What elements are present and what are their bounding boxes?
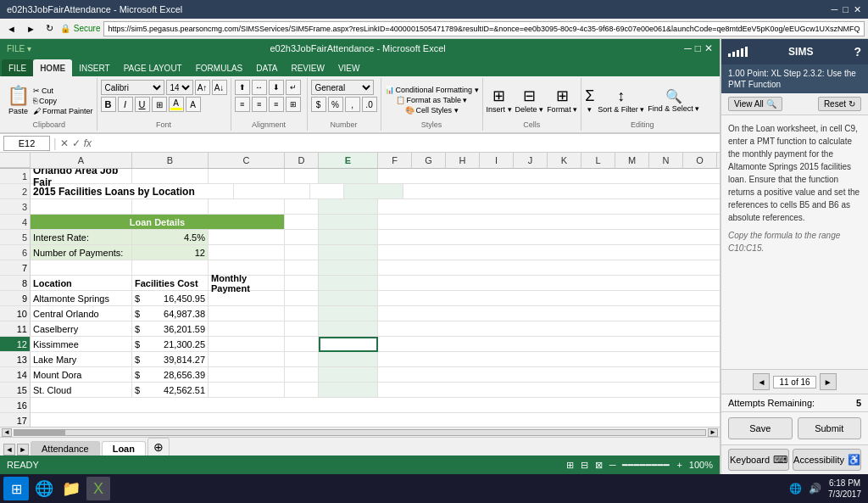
cell-d14[interactable]	[285, 367, 319, 383]
cell-a9[interactable]: Altamonte Springs	[31, 291, 132, 306]
cell-b15[interactable]: $42,562.51	[132, 383, 209, 398]
back-btn[interactable]: ◄	[3, 24, 19, 34]
sheet-tab-loan[interactable]: Loan	[102, 441, 146, 455]
col-header-d[interactable]: D	[285, 153, 319, 168]
cell-d12[interactable]	[285, 337, 319, 352]
cell-d9[interactable]	[285, 291, 319, 306]
cell-c15[interactable]	[209, 383, 285, 398]
col-header-l[interactable]: L	[581, 153, 615, 168]
cell-c12[interactable]	[209, 337, 285, 352]
cell-b12[interactable]: $21,300.25	[132, 337, 209, 352]
excel-max-btn[interactable]: □	[695, 42, 701, 54]
view-layout-icon[interactable]: ⊟	[581, 460, 588, 471]
cell-d8[interactable]	[285, 276, 319, 291]
cell-f3[interactable]	[378, 199, 720, 215]
cell-d15[interactable]	[285, 383, 319, 398]
cell-a10[interactable]: Central Orlando	[31, 306, 132, 321]
tab-data[interactable]: DATA	[249, 59, 284, 76]
paste-btn[interactable]: 📋 Paste	[5, 83, 31, 117]
border-btn[interactable]: ⊞	[152, 97, 167, 112]
increase-font-btn[interactable]: A↑	[195, 80, 210, 95]
format-painter-btn[interactable]: 🖌Format Painter	[33, 107, 93, 115]
cell-e3[interactable]	[319, 199, 378, 215]
cell-a1[interactable]: Orlando Area Job Fair	[31, 169, 132, 184]
cell-f4[interactable]	[378, 215, 720, 230]
cancel-formula-icon[interactable]: ✕	[60, 137, 69, 149]
zoom-minus-btn[interactable]: ─	[609, 460, 616, 470]
taskbar-excel-icon[interactable]: X	[86, 477, 110, 500]
cell-c5[interactable]	[209, 230, 285, 245]
cell-e11[interactable]	[319, 321, 378, 337]
align-middle-btn[interactable]: ↔	[252, 80, 267, 95]
comma-btn[interactable]: %	[328, 97, 343, 112]
cell-styles-btn[interactable]: 🎨Cell Styles ▾	[405, 106, 459, 115]
save-btn[interactable]: Save	[728, 417, 793, 439]
align-top-btn[interactable]: ⬆	[235, 80, 250, 95]
scroll-track-h[interactable]	[14, 429, 706, 436]
cell-a13[interactable]: Lake Mary	[31, 352, 132, 367]
cell-a8[interactable]: Location	[31, 276, 132, 291]
cell-e13[interactable]	[319, 352, 378, 367]
cut-btn[interactable]: ✂Cut	[33, 87, 93, 95]
cell-b1[interactable]	[132, 169, 209, 184]
cell-d13[interactable]	[285, 352, 319, 367]
horizontal-scrollbar[interactable]: ◄ ►	[0, 427, 720, 437]
font-size-select[interactable]: 14	[166, 80, 193, 95]
delete-btn[interactable]: Delete ▾	[515, 105, 544, 114]
view-page-break-icon[interactable]: ⊠	[595, 460, 603, 471]
underline-btn[interactable]: U	[135, 97, 150, 112]
cell-ref-input[interactable]	[3, 136, 50, 151]
cell-c13[interactable]	[209, 352, 285, 367]
enter-formula-icon[interactable]: ✓	[72, 137, 81, 149]
cell-b11[interactable]: $36,201.59	[132, 321, 209, 337]
cell-e14[interactable]	[319, 367, 378, 383]
cell-b6[interactable]: 12	[132, 245, 209, 260]
cell-c3[interactable]	[209, 199, 285, 215]
cell-e8[interactable]	[319, 276, 378, 291]
cell-b14[interactable]: $28,656.39	[132, 367, 209, 383]
italic-btn[interactable]: I	[118, 97, 133, 112]
cell-f9[interactable]	[378, 291, 720, 306]
tab-page-layout[interactable]: PAGE LAYOUT	[117, 59, 189, 76]
cell-d7[interactable]	[285, 260, 319, 276]
col-header-g[interactable]: G	[412, 153, 446, 168]
cell-f13[interactable]	[378, 352, 720, 367]
format-table-btn[interactable]: 📋Format as Table ▾	[396, 96, 468, 104]
cell-a2[interactable]: 2015 Facilities Loans by Location	[31, 184, 234, 199]
sheet-tab-attendance[interactable]: Attendance	[31, 441, 100, 455]
minimize-btn[interactable]: ─	[832, 4, 838, 15]
tab-file[interactable]: FILE	[2, 59, 33, 76]
excel-close-btn[interactable]: ✕	[704, 42, 713, 54]
submit-btn[interactable]: Submit	[798, 417, 862, 439]
cell-e6[interactable]	[319, 245, 378, 260]
cell-c11[interactable]	[209, 321, 285, 337]
cell-b5[interactable]: 4.5%	[132, 230, 209, 245]
col-header-i[interactable]: I	[480, 153, 514, 168]
excel-min-btn[interactable]: ─	[684, 42, 692, 54]
tab-home[interactable]: HOME	[33, 59, 72, 76]
cell-e1[interactable]	[319, 169, 378, 184]
align-left-btn[interactable]: ≡	[235, 97, 250, 112]
cell-f10[interactable]	[378, 306, 720, 321]
accessibility-btn[interactable]: Accessibility ♿	[793, 449, 861, 471]
conditional-format-btn[interactable]: 📊Conditional Formatting ▾	[385, 86, 479, 94]
percent-btn[interactable]: $	[311, 97, 326, 112]
cell-e5[interactable]	[319, 230, 378, 245]
cell-f2[interactable]	[403, 184, 720, 199]
col-header-f[interactable]: F	[378, 153, 412, 168]
scroll-left-btn[interactable]: ◄	[2, 428, 12, 437]
cell-d4[interactable]	[285, 215, 319, 230]
decimal-btn[interactable]: ,	[345, 97, 360, 112]
formula-input[interactable]	[95, 136, 716, 151]
cell-e10[interactable]	[319, 306, 378, 321]
align-center-btn[interactable]: ≡	[252, 97, 267, 112]
cell-f14[interactable]	[378, 367, 720, 383]
close-btn[interactable]: ✕	[854, 4, 861, 15]
find-select-btn[interactable]: Find & Select ▾	[648, 104, 699, 113]
cell-d1[interactable]	[285, 169, 319, 184]
cell-b7[interactable]	[132, 260, 209, 276]
help-icon[interactable]: ?	[854, 45, 861, 59]
col-header-n[interactable]: N	[649, 153, 683, 168]
insert-function-icon[interactable]: fx	[84, 137, 92, 149]
nav-prev-btn[interactable]: ◄	[753, 373, 770, 390]
